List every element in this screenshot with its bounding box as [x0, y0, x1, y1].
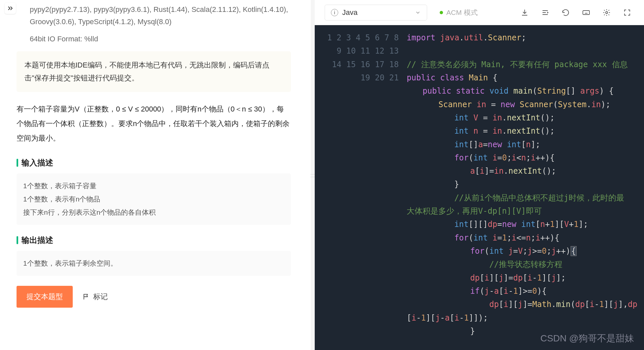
collapse-button[interactable]	[5, 3, 16, 14]
problem-description: 有一个箱子容量为V（正整数，0 ≤ V ≤ 20000），同时有n个物品（0＜n…	[17, 102, 291, 146]
notice-box: 本题可使用本地IDE编码，不能使用本地已有代码，无跳出限制，编码后请点击"保存并…	[17, 51, 291, 92]
flag-button[interactable]: 标记	[83, 292, 108, 302]
svg-rect-0	[583, 11, 589, 15]
language-selector[interactable]: i Java	[325, 5, 427, 21]
problem-panel: pypy2(pypy2.7.13), pypy3(pypy3.6.1), Rus…	[0, 0, 311, 350]
input-line: 1个整数，表示有n个物品	[23, 193, 284, 206]
mode-label: ACM 模式	[446, 8, 478, 17]
status-dot	[440, 11, 443, 14]
refresh-button[interactable]	[559, 6, 573, 20]
language-list: pypy2(pypy2.7.13), pypy3(pypy3.6.1), Rus…	[30, 3, 291, 28]
io-format: 64bit IO Format: %lld	[30, 35, 291, 43]
editor-panel: i Java ACM 模式 1 2 3 4 5 6 7 8 9 10 11 12…	[315, 0, 644, 350]
bottom-bar: 提交本题型 标记	[17, 286, 291, 311]
input-line: 接下来n行，分别表示这n个物品的各自体积	[23, 206, 284, 219]
code-editor[interactable]: 1 2 3 4 5 6 7 8 9 10 11 12 13 14 15 16 1…	[315, 25, 644, 350]
code-content[interactable]: import java.util.Scanner; // 注意类名必须为 Mai…	[404, 25, 644, 350]
output-section-title: 输出描述	[17, 235, 291, 245]
line-gutter: 1 2 3 4 5 6 7 8 9 10 11 12 13 14 15 16 1…	[315, 25, 404, 350]
chevron-down-icon	[415, 10, 421, 16]
keyboard-button[interactable]	[579, 6, 593, 20]
flag-label: 标记	[93, 292, 108, 302]
input-section-title: 输入描述	[17, 157, 291, 168]
submit-button[interactable]: 提交本题型	[17, 286, 73, 308]
download-button[interactable]	[518, 6, 532, 20]
info-icon: i	[331, 9, 338, 16]
format-button[interactable]	[538, 6, 552, 20]
svg-point-1	[606, 12, 608, 14]
output-description: 1个整数，表示箱子剩余空间。	[17, 251, 291, 276]
input-description: 1个整数，表示箱子容量 1个整数，表示有n个物品 接下来n行，分别表示这n个物品…	[17, 173, 291, 225]
input-line: 1个整数，表示箱子容量	[23, 179, 284, 193]
panel-splitter[interactable]	[311, 0, 315, 350]
flag-icon	[83, 293, 90, 300]
language-label: Java	[342, 8, 411, 17]
fullscreen-button[interactable]	[620, 6, 634, 20]
mode-indicator[interactable]: ACM 模式	[440, 8, 478, 17]
editor-toolbar: i Java ACM 模式	[315, 0, 644, 25]
settings-button[interactable]	[600, 6, 614, 20]
